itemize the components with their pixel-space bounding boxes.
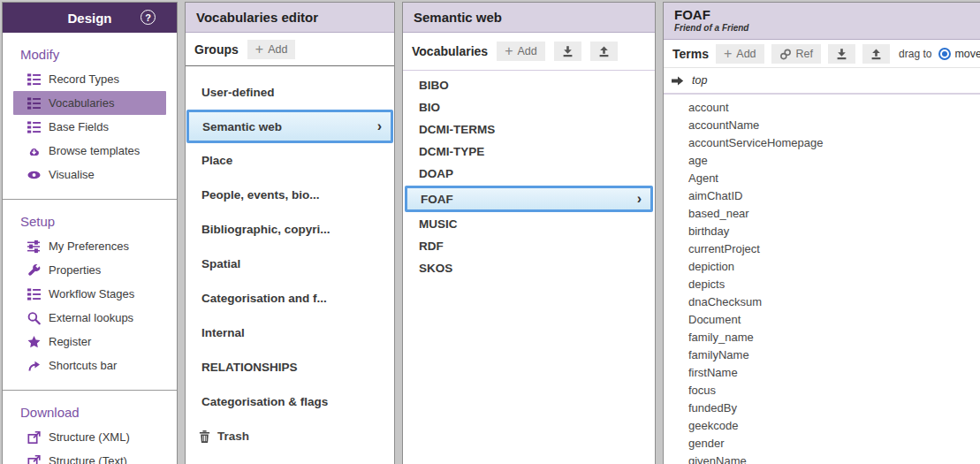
external-link-icon — [27, 430, 41, 445]
term-item[interactable]: familyName — [664, 346, 980, 364]
vocab-item-label: SKOS — [419, 262, 452, 275]
group-item-categorisation-and-f[interactable]: Categorisation and f... — [186, 281, 394, 316]
vocab-item-skos[interactable]: SKOS — [403, 257, 655, 279]
group-item-label: Categorisation & flags — [201, 395, 328, 408]
list-icon — [27, 120, 41, 134]
cloud-download-icon — [27, 145, 41, 157]
term-item[interactable]: focus — [664, 382, 980, 399]
chevron-right-icon: › — [637, 192, 642, 206]
sidebar-item-my-preferences[interactable]: My Preferences — [3, 234, 177, 258]
term-list: account accountName accountServiceHomepa… — [664, 95, 980, 464]
sidebar-item-label: Vocabularies — [49, 96, 114, 110]
sidebar-item-structure-text[interactable]: Structure (Text) — [3, 449, 177, 464]
sidebar-item-properties[interactable]: Properties — [3, 258, 177, 282]
group-item-semantic-web-selected[interactable]: Semantic web › — [186, 110, 393, 143]
chevron-right-icon: › — [377, 119, 382, 133]
plus-icon: + — [724, 49, 732, 58]
group-item-trash[interactable]: Trash — [186, 419, 394, 453]
vocab-item-dcmi-type[interactable]: DCMI-TYPE — [403, 141, 655, 163]
term-item[interactable]: birthday — [664, 223, 980, 240]
design-sidebar-header: Design ? — [3, 3, 177, 33]
term-item[interactable]: accountName — [664, 117, 980, 134]
radio-option-move[interactable]: move — [938, 48, 980, 60]
add-button-label: Add — [517, 45, 536, 57]
groups-panel-title: Vocabularies editor — [186, 3, 394, 33]
import-vocabulary-button[interactable] — [554, 42, 581, 61]
sidebar-item-shortcuts-bar[interactable]: Shortcuts bar — [3, 354, 177, 377]
sidebar-item-label: Record Types — [49, 72, 119, 86]
vocab-item-dcmi-terms[interactable]: DCMI-TERMS — [403, 118, 655, 141]
ref-button[interactable]: Ref — [771, 44, 821, 64]
sidebar-item-record-types[interactable]: Record Types — [3, 67, 177, 91]
term-item[interactable]: accountServiceHomepage — [664, 134, 980, 152]
sidebar-item-label: External lookups — [49, 311, 133, 324]
group-item-people-events-bio[interactable]: People, events, bio... — [186, 178, 394, 212]
group-item-spatial[interactable]: Spatial — [186, 247, 394, 281]
term-item[interactable]: firstName — [664, 364, 980, 382]
add-vocabulary-button[interactable]: + Add — [497, 42, 545, 61]
sidebar-section-setup: Setup My Preferences Properties Workflow… — [3, 199, 177, 390]
add-term-button[interactable]: + Add — [716, 44, 764, 64]
vocab-item-label: DCMI-TYPE — [419, 145, 484, 158]
term-item[interactable]: depicts — [664, 276, 980, 293]
vocab-item-bibo[interactable]: BIBO — [403, 74, 655, 96]
add-group-button[interactable]: + Add — [247, 40, 296, 59]
vocab-item-doap[interactable]: DOAP — [403, 163, 655, 185]
sidebar-item-external-lookups[interactable]: External lookups — [3, 306, 177, 330]
term-item[interactable]: Agent — [664, 170, 980, 187]
group-item-categorisation-flags[interactable]: Categorisation & flags — [186, 384, 394, 419]
export-terms-button[interactable] — [862, 44, 890, 64]
group-item-place[interactable]: Place — [186, 143, 394, 178]
sidebar-item-visualise[interactable]: Visualise — [3, 163, 177, 186]
sidebar-item-base-fields[interactable]: Base Fields — [3, 115, 177, 139]
top-link-row[interactable]: top — [664, 68, 980, 95]
export-vocabulary-button[interactable] — [590, 42, 618, 61]
vocab-item-foaf-selected[interactable]: FOAF › — [405, 186, 653, 212]
sidebar-item-register[interactable]: Register — [3, 330, 177, 354]
vocab-item-rdf[interactable]: RDF — [403, 235, 655, 257]
section-title-download: Download — [20, 405, 177, 420]
group-item-bibliographic[interactable]: Bibliographic, copyri... — [186, 212, 394, 247]
groups-panel: Vocabularies editor Groups + Add User-de… — [185, 2, 395, 464]
group-item-user-defined[interactable]: User-defined — [186, 75, 394, 110]
term-item[interactable]: fundedBy — [664, 399, 980, 417]
term-item[interactable]: Document — [664, 311, 980, 329]
import-terms-button[interactable] — [828, 44, 855, 64]
sidebar-item-label: Base Fields — [49, 120, 109, 133]
group-item-label: Internal — [201, 326, 245, 339]
sidebar-item-vocabularies[interactable]: Vocabularies — [13, 91, 166, 115]
list-icon — [27, 72, 41, 87]
group-item-label: Trash — [217, 430, 249, 443]
vocab-item-music[interactable]: MUSIC — [403, 213, 655, 235]
sidebar-item-workflow-stages[interactable]: Workflow Stages — [3, 282, 177, 306]
star-icon — [27, 335, 41, 349]
term-item[interactable]: dnaChecksum — [664, 293, 980, 311]
terms-panel-title: FOAF — [674, 7, 970, 23]
sidebar-item-structure-xml[interactable]: Structure (XML) — [3, 425, 177, 449]
group-item-label: User-defined — [201, 86, 275, 99]
radio-label-move: move — [954, 48, 980, 60]
group-list: User-defined Semantic web › Place People… — [186, 66, 394, 453]
vocab-item-label: RDF — [419, 240, 444, 253]
term-item[interactable]: currentProject — [664, 240, 980, 258]
term-item[interactable]: givenName — [664, 453, 980, 464]
sidebar-item-label: Shortcuts bar — [49, 359, 117, 372]
term-item[interactable]: account — [664, 99, 980, 117]
radio-button-move[interactable] — [938, 48, 951, 60]
group-item-label: Bibliographic, copyri... — [201, 223, 330, 236]
sidebar-item-browse-templates[interactable]: Browse templates — [3, 139, 177, 163]
group-item-internal[interactable]: Internal — [186, 316, 394, 350]
term-item[interactable]: depiction — [664, 258, 980, 276]
term-item[interactable]: aimChatID — [664, 187, 980, 205]
groups-toolbar: Groups + Add — [186, 33, 394, 66]
help-icon[interactable]: ? — [141, 10, 156, 25]
terms-label: Terms — [672, 47, 709, 61]
group-item-relationships[interactable]: RELATIONSHIPS — [186, 350, 394, 384]
vocab-item-bio[interactable]: BIO — [403, 96, 655, 118]
term-item[interactable]: age — [664, 152, 980, 170]
term-item[interactable]: gender — [664, 435, 980, 453]
term-item[interactable]: family_name — [664, 329, 980, 346]
term-item[interactable]: geekcode — [664, 417, 980, 435]
external-link-icon — [27, 454, 41, 464]
term-item[interactable]: based_near — [664, 205, 980, 223]
